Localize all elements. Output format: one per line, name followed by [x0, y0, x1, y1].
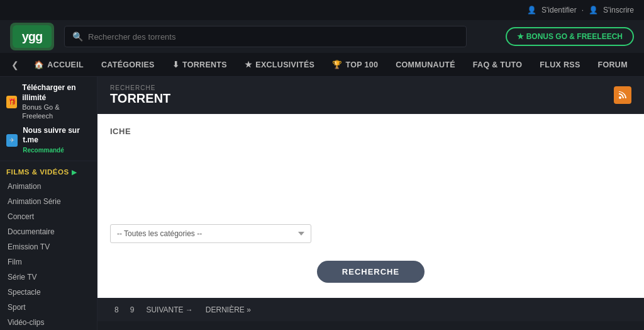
page-num-8[interactable]: 8	[110, 304, 123, 316]
nav-label-faq: FAQ & TUTO	[473, 60, 522, 69]
nav-label-top100: TOP 100	[345, 60, 378, 69]
promo-text-unlimited: Télécharger en illimité Bonus Go & Freel…	[22, 83, 91, 121]
sidebar-section-films-arrow: ▶	[72, 169, 77, 176]
nav-item-accueil[interactable]: 🏠 ACCUEIL	[25, 53, 92, 76]
page-title: TORRENT	[110, 91, 170, 106]
signin-link[interactable]: S'identifier	[541, 6, 577, 14]
sidebar: 🎁 Télécharger en illimité Bonus Go & Fre…	[0, 77, 97, 330]
promo-badge-recommended: Recommandé	[23, 147, 64, 154]
trophy-icon: 🏆	[332, 60, 342, 69]
home-icon: 🏠	[34, 60, 44, 69]
nav-item-categories[interactable]: CATÉGORIES	[92, 53, 164, 76]
separator: ·	[582, 6, 584, 14]
signup-link[interactable]: S'inscrire	[603, 6, 634, 14]
sidebar-item-spectacle[interactable]: Spectacle	[0, 285, 97, 300]
sidebar-section-films-header[interactable]: FILMS & VIDÉOS ▶	[0, 165, 97, 179]
search-input[interactable]	[88, 32, 458, 42]
sidebar-item-sport[interactable]: Sport	[0, 300, 97, 315]
category-row: -- Toutes les catégories -- Films & Vidé…	[110, 224, 631, 252]
promo-icon-gift: 🎁	[6, 96, 17, 108]
search-btn-row: RECHERCHE	[110, 261, 631, 283]
sidebar-item-animation-serie[interactable]: Animation Série	[0, 194, 97, 209]
sidebar-item-animation[interactable]: Animation	[0, 179, 97, 194]
search-button[interactable]: RECHERCHE	[317, 261, 425, 283]
star-icon: ★	[245, 60, 252, 69]
promo-subtitle-unlimited: Bonus Go & Freeleech	[22, 103, 59, 120]
logo[interactable]: ygg	[10, 23, 54, 50]
nav-item-faq[interactable]: FAQ & TUTO	[464, 53, 531, 76]
nav-label-forum: FORUM	[598, 60, 628, 69]
page-header: RECHERCHE TORRENT	[97, 77, 644, 114]
nav-label-communaute: COMMUNAUTÉ	[396, 60, 455, 69]
nav-item-flux-rss[interactable]: FLUX RSS	[531, 53, 589, 76]
search-bar: 🔍	[64, 26, 467, 47]
promo-title-telegram: Nous suivre sur t.me	[23, 126, 80, 145]
nav-arrow-left[interactable]: ❮	[5, 60, 25, 70]
promo-item-telegram[interactable]: ✈ Nous suivre sur t.me Recommandé	[6, 123, 91, 157]
main-layout: 🎁 Télécharger en illimité Bonus Go & Fre…	[0, 77, 644, 330]
search-section-label: ICHE	[110, 127, 131, 136]
page-label: RECHERCHE	[110, 84, 170, 91]
promo-text-telegram: Nous suivre sur t.me Recommandé	[23, 126, 91, 154]
page-num-9[interactable]: 9	[126, 304, 139, 316]
sidebar-item-video-clips[interactable]: Vidéo-clips	[0, 315, 97, 330]
sidebar-item-film[interactable]: Film	[0, 254, 97, 270]
sidebar-section-films: FILMS & VIDÉOS ▶ Animation Animation Sér…	[0, 161, 97, 330]
bonus-button[interactable]: ★ BONUS GO & FREELEECH	[506, 27, 634, 46]
next-page-link[interactable]: SUIVANTE →	[141, 304, 197, 316]
content-area: RECHERCHE TORRENT ICHE -- Toutes l	[97, 77, 644, 330]
promo-title-unlimited: Télécharger en illimité	[22, 83, 75, 102]
rss-icon[interactable]	[614, 86, 631, 104]
promo-icon-telegram: ✈	[6, 134, 18, 147]
nav-label-torrents: TORRENTS	[182, 60, 227, 69]
header: ygg 🔍 ★ BONUS GO & FREELEECH	[0, 20, 644, 53]
user-icon: 👤	[527, 6, 536, 14]
page-title-area: RECHERCHE TORRENT	[110, 84, 170, 106]
sidebar-item-documentaire[interactable]: Documentaire	[0, 224, 97, 239]
sidebar-item-emission-tv[interactable]: Emission TV	[0, 239, 97, 254]
sidebar-item-serie-tv[interactable]: Série TV	[0, 270, 97, 285]
sidebar-item-concert[interactable]: Concert	[0, 209, 97, 224]
nav-label-flux-rss: FLUX RSS	[540, 60, 580, 69]
sidebar-promo: 🎁 Télécharger en illimité Bonus Go & Fre…	[0, 77, 97, 161]
nav-label-exclusivites: EXCLUSIVITÉS	[255, 60, 314, 69]
download-icon: ⬇	[172, 60, 179, 69]
search-section: ICHE -- Toutes les catégories -- Films &…	[97, 114, 644, 298]
svg-point-0	[619, 96, 621, 99]
category-select[interactable]: -- Toutes les catégories -- Films & Vidé…	[110, 224, 311, 243]
search-icon: 🔍	[72, 31, 83, 42]
signup-icon: 👤	[589, 6, 598, 14]
nav-items: 🏠 ACCUEIL CATÉGORIES ⬇ TORRENTS ★ EXCLUS…	[25, 53, 636, 76]
nav-label-accueil: ACCUEIL	[47, 60, 84, 69]
nav-item-forum[interactable]: FORUM	[589, 53, 636, 76]
nav: ❮ 🏠 ACCUEIL CATÉGORIES ⬇ TORRENTS ★ EXCL…	[0, 53, 644, 77]
nav-item-top100[interactable]: 🏆 TOP 100	[323, 53, 387, 76]
top-bar: 👤 S'identifier · 👤 S'inscrire	[0, 0, 644, 20]
nav-item-communaute[interactable]: COMMUNAUTÉ	[387, 53, 464, 76]
nav-label-categories: CATÉGORIES	[101, 60, 155, 69]
pagination: 8 9 SUIVANTE → DERNIÈRE »	[97, 298, 644, 321]
sidebar-section-films-label: FILMS & VIDÉOS	[6, 168, 69, 176]
last-page-link[interactable]: DERNIÈRE »	[201, 304, 256, 316]
promo-item-unlimited[interactable]: 🎁 Télécharger en illimité Bonus Go & Fre…	[6, 81, 91, 123]
nav-item-torrents[interactable]: ⬇ TORRENTS	[164, 53, 236, 76]
nav-item-exclusivites[interactable]: ★ EXCLUSIVITÉS	[236, 53, 323, 76]
